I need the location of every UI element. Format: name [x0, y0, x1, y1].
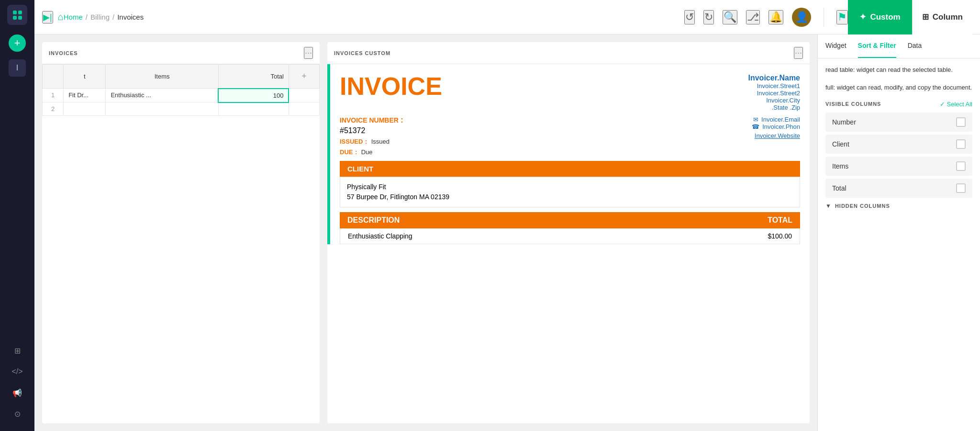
column-icon: ⊞: [922, 12, 929, 22]
column-toggle-total: Total: [825, 179, 972, 198]
table-header-row-num: [43, 65, 64, 89]
invoicer-city: Invoicer.City: [748, 97, 801, 104]
cell-extra-1: [289, 89, 319, 102]
invoicer-name: Invoicer.Name: [748, 74, 801, 82]
invoices-custom-panel-title: INVOICES Custom: [334, 50, 390, 56]
undo-button[interactable]: ↺: [684, 10, 695, 24]
add-column-button[interactable]: +: [299, 68, 310, 84]
breadcrumb: Home / Billing / Invoices: [64, 13, 144, 21]
table-header-total: Total: [218, 65, 289, 89]
invoice-item-row: Enthusiastic Clapping $100.00: [340, 228, 800, 244]
cell-t-1[interactable]: Fit Dr...: [64, 89, 106, 102]
breadcrumb-sep1: /: [86, 13, 88, 21]
table-header-t: t: [64, 65, 106, 89]
invoices-panel-title: INVOICES: [49, 50, 78, 56]
right-sidebar-tabs: Widget Sort & Filter Data: [818, 34, 980, 58]
add-button[interactable]: +: [9, 34, 26, 52]
invoice-header-row: INVOICE Invoicer.Name Invoicer.Street1 I…: [330, 64, 810, 116]
invoices-custom-panel-header: INVOICES Custom ···: [327, 42, 810, 64]
invoice-due-label: DUE: [340, 148, 353, 156]
settings-icon: ⊙: [14, 409, 21, 419]
invoicer-phone: Invoicer.Phon: [762, 123, 800, 130]
column-items-toggle[interactable]: [956, 161, 966, 171]
full-text: full: widget can read, modify, and copy …: [825, 83, 972, 93]
flag-button[interactable]: ⚑: [836, 10, 848, 24]
tab-data[interactable]: Data: [908, 34, 922, 58]
breadcrumb-invoices[interactable]: Invoices: [117, 13, 144, 21]
column-number-toggle[interactable]: [956, 117, 966, 127]
cell-t-2[interactable]: [64, 102, 106, 116]
column-button[interactable]: ⊞ Column: [912, 0, 972, 34]
invoices-panel-menu-button[interactable]: ···: [304, 47, 313, 59]
column-client-toggle[interactable]: [956, 139, 966, 149]
invoice-issued-val: Issued: [371, 138, 390, 145]
invoice-due-val: Due: [361, 148, 373, 156]
topbar: ▶| ⌂ Home / Billing / Invoices ↺ ↻ 🔍 ⎇ 🔔…: [34, 0, 980, 34]
invoices-custom-panel: INVOICES Custom ··· INVOICE Invoicer.Nam…: [327, 42, 810, 423]
row-num-1: 1: [43, 89, 64, 102]
invoice-item-desc: Enthusiastic Clapping: [348, 232, 744, 240]
invoice-client-box: Physically Fit 57 Burpee Dr, Fitlington …: [340, 177, 800, 207]
visible-columns-label: VISIBLE COLUMNS: [825, 101, 881, 107]
sidebar-icon-identity[interactable]: I: [9, 59, 26, 77]
cell-items-2[interactable]: [106, 102, 218, 116]
table-row: 1 Fit Dr... Enthusiastic ... 100: [43, 89, 320, 102]
notification-button[interactable]: 🔔: [768, 10, 783, 24]
column-number-label: Number: [832, 118, 856, 126]
tab-widget[interactable]: Widget: [825, 34, 846, 58]
email-icon: ✉: [753, 116, 758, 123]
column-total-label: Total: [832, 184, 846, 192]
invoice-number-value: #51372: [340, 126, 403, 135]
column-toggle-client: Client: [825, 135, 972, 154]
invoice-issued-sep: :: [365, 138, 367, 145]
layout-icon: ⊞: [14, 346, 21, 355]
custom-label: Custom: [870, 12, 900, 22]
sidebar-icon-code[interactable]: </>: [9, 363, 26, 380]
column-total-toggle[interactable]: [956, 183, 966, 193]
sidebar-icon-layout[interactable]: ⊞: [9, 342, 26, 359]
invoicer-website[interactable]: Invoicer.Website: [752, 132, 800, 139]
custom-button[interactable]: ✦ Custom: [848, 0, 912, 34]
topbar-actions: ↺ ↻ 🔍 ⎇ 🔔 👤 ⚑: [684, 8, 848, 27]
breadcrumb-home[interactable]: Home: [64, 13, 83, 21]
invoice-total-header: TOTAL: [745, 216, 792, 225]
cell-extra-2: [289, 102, 319, 116]
nav-forward-button[interactable]: ▶|: [42, 11, 53, 23]
invoice-meta-left: INVOICE NUMBER : #51372 ISSUED : Issued: [340, 116, 403, 156]
sidebar-icon-announce[interactable]: 📢: [9, 384, 26, 401]
visible-columns-header: VISIBLE COLUMNS ✓ Select All: [825, 101, 972, 108]
cell-total-2[interactable]: [218, 102, 289, 116]
panels: INVOICES ··· t Items Total +: [34, 34, 817, 431]
invoices-custom-panel-menu-button[interactable]: ···: [794, 47, 803, 59]
table-row: 2: [43, 102, 320, 116]
phone-icon: ☎: [752, 123, 759, 130]
invoice-items-header: DESCRIPTION TOTAL: [340, 212, 800, 228]
invoice-number-label: INVOICE NUMBER: [340, 116, 399, 124]
custom-icon: ✦: [859, 12, 866, 22]
share-button[interactable]: ⎇: [746, 10, 760, 24]
invoice-desc-header: DESCRIPTION: [347, 216, 745, 225]
read-table-text: read table: widget can read the selected…: [825, 65, 972, 75]
breadcrumb-billing[interactable]: Billing: [90, 13, 110, 21]
topbar-divider: [824, 8, 824, 27]
redo-button[interactable]: ↻: [703, 10, 714, 24]
column-toggle-items: Items: [825, 157, 972, 176]
column-toggle-number: Number: [825, 113, 972, 132]
app-logo: [7, 5, 27, 25]
search-button[interactable]: 🔍: [723, 10, 737, 24]
sidebar-icon-settings[interactable]: ⊙: [9, 405, 26, 422]
cell-total-1[interactable]: 100: [218, 89, 289, 102]
cell-items-1[interactable]: Enthusiastic ...: [106, 89, 218, 102]
column-label: Column: [933, 12, 963, 22]
select-all-label: ✓ Select All: [940, 101, 972, 108]
invoice-item-total: $100.00: [744, 232, 792, 240]
column-items-label: Items: [832, 162, 848, 170]
avatar[interactable]: 👤: [792, 8, 811, 27]
invoice-contact-right: ✉ Invoicer.Email ☎ Invoicer.Phon Invoice…: [752, 116, 800, 139]
tab-sort-filter[interactable]: Sort & Filter: [858, 34, 896, 58]
invoice-contact-info: Invoicer.Name Invoicer.Street1 Invoicer.…: [748, 74, 801, 111]
invoice-document: INVOICE Invoicer.Name Invoicer.Street1 I…: [327, 64, 810, 423]
invoicer-street2: Invoicer.Street2: [748, 90, 801, 97]
select-all-button[interactable]: ✓ Select All: [940, 101, 972, 108]
announce-icon: 📢: [12, 388, 22, 397]
